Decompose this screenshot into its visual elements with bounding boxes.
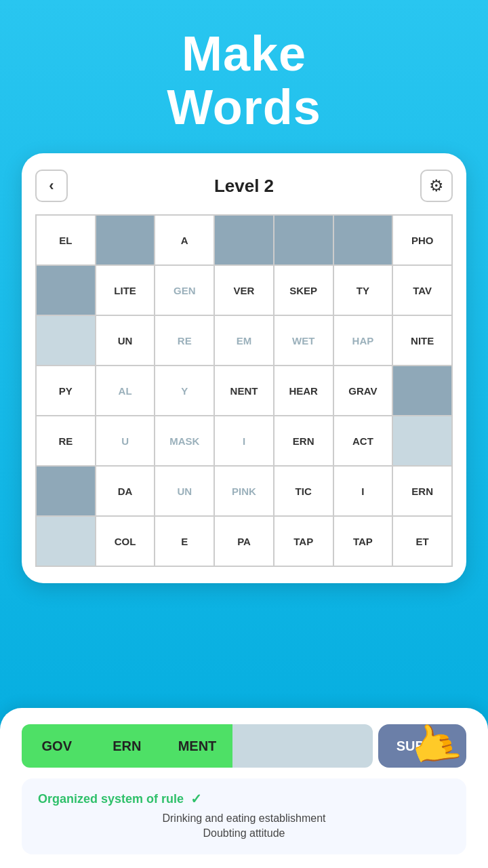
definition-item-1: Drinking and eating establishment	[38, 812, 450, 825]
definition-box: Organized system of rule ✓ Drinking and …	[22, 778, 466, 854]
header-line1: Make	[0, 27, 488, 81]
grid-cell-6-0[interactable]	[37, 517, 95, 566]
grid-cell-4-4[interactable]: ERN	[274, 416, 333, 465]
word-slot-4[interactable]	[302, 724, 373, 768]
word-builder-row: GOVERNMENT SUBMIT	[22, 724, 466, 768]
grid-cell-3-0[interactable]: PY	[37, 366, 95, 415]
grid-cell-1-0[interactable]	[37, 266, 95, 315]
definition-correct: Organized system of rule ✓	[38, 791, 450, 807]
grid-cell-4-5[interactable]: ACT	[334, 416, 392, 465]
grid-cell-6-3[interactable]: PA	[215, 517, 273, 566]
grid-cell-0-2[interactable]: A	[155, 216, 214, 264]
grid-cell-1-4[interactable]: SKEP	[274, 266, 333, 315]
grid-cell-2-1[interactable]: UN	[96, 316, 155, 365]
grid-cell-3-6[interactable]	[393, 366, 451, 415]
grid-cell-3-1[interactable]: AL	[96, 366, 155, 415]
word-grid: ELAPHOLITEGENVERSKEPTYTAVUNREEMWETHAPNIT…	[35, 214, 453, 567]
grid-cell-5-2[interactable]: UN	[155, 467, 214, 515]
level-title: Level 2	[214, 176, 274, 197]
grid-cell-1-2[interactable]: GEN	[155, 266, 214, 315]
word-slots: GOVERNMENT	[22, 724, 373, 768]
grid-cell-5-5[interactable]: I	[334, 467, 392, 515]
grid-cell-4-3[interactable]: I	[215, 416, 273, 465]
grid-cell-2-4[interactable]: WET	[274, 316, 333, 365]
grid-cell-0-6[interactable]: PHO	[393, 216, 451, 264]
grid-cell-2-3[interactable]: EM	[215, 316, 273, 365]
grid-cell-4-2[interactable]: MASK	[155, 416, 214, 465]
app-header: Make Words	[0, 0, 488, 134]
grid-cell-0-3[interactable]	[215, 216, 273, 264]
grid-cell-5-6[interactable]: ERN	[393, 467, 451, 515]
level-header: ‹ Level 2 ⚙	[35, 170, 453, 202]
word-slot-0[interactable]: GOV	[22, 724, 92, 768]
grid-cell-4-1[interactable]: U	[96, 416, 155, 465]
back-arrow-icon: ‹	[49, 177, 54, 195]
settings-button[interactable]: ⚙	[420, 170, 453, 202]
grid-cell-3-2[interactable]: Y	[155, 366, 214, 415]
correct-phrase: Organized system of rule	[38, 792, 184, 806]
grid-cell-3-5[interactable]: GRAV	[334, 366, 392, 415]
grid-cell-4-6[interactable]	[393, 416, 451, 465]
grid-cell-6-5[interactable]: TAP	[334, 517, 392, 566]
grid-cell-5-4[interactable]: TIC	[274, 467, 333, 515]
grid-cell-5-1[interactable]: DA	[96, 467, 155, 515]
grid-cell-0-0[interactable]: EL	[37, 216, 95, 264]
grid-cell-1-6[interactable]: TAV	[393, 266, 451, 315]
grid-cell-1-5[interactable]: TY	[334, 266, 392, 315]
word-slot-1[interactable]: ERN	[92, 724, 163, 768]
grid-cell-5-0[interactable]	[37, 467, 95, 515]
grid-cell-0-4[interactable]	[274, 216, 333, 264]
grid-cell-6-6[interactable]: ET	[393, 517, 451, 566]
header-line2: Words	[0, 81, 488, 134]
grid-cell-2-5[interactable]: HAP	[334, 316, 392, 365]
grid-cell-6-1[interactable]: COL	[96, 517, 155, 566]
settings-icon: ⚙	[429, 176, 444, 195]
grid-cell-2-2[interactable]: RE	[155, 316, 214, 365]
grid-cell-1-3[interactable]: VER	[215, 266, 273, 315]
grid-cell-5-3[interactable]: PINK	[215, 467, 273, 515]
grid-cell-6-4[interactable]: TAP	[274, 517, 333, 566]
grid-cell-2-6[interactable]: NITE	[393, 316, 451, 365]
grid-cell-1-1[interactable]: LITE	[96, 266, 155, 315]
grid-cell-2-0[interactable]	[37, 316, 95, 365]
grid-cell-0-5[interactable]	[334, 216, 392, 264]
grid-cell-4-0[interactable]: RE	[37, 416, 95, 465]
grid-cell-6-2[interactable]: E	[155, 517, 214, 566]
grid-cell-0-1[interactable]	[96, 216, 155, 264]
back-button[interactable]: ‹	[35, 170, 68, 202]
grid-cell-3-4[interactable]: HEAR	[274, 366, 333, 415]
checkmark-icon: ✓	[190, 791, 202, 807]
word-slot-3[interactable]	[232, 724, 303, 768]
word-slot-2[interactable]: MENT	[162, 724, 232, 768]
definition-item-2: Doubting attitude	[38, 827, 450, 840]
main-card: ‹ Level 2 ⚙ ELAPHOLITEGENVERSKEPTYTAVUNR…	[22, 153, 466, 583]
grid-cell-3-3[interactable]: NENT	[215, 366, 273, 415]
